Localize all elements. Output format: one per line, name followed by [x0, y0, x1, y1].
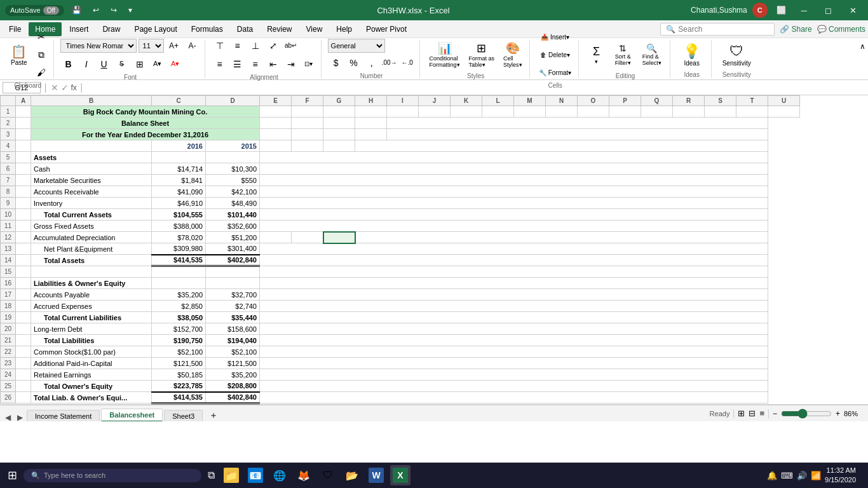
- customize-qat-btn[interactable]: ▾: [125, 4, 136, 16]
- cell-I1[interactable]: [387, 106, 419, 118]
- cell-C15[interactable]: [152, 266, 206, 278]
- cell-C26[interactable]: $414,535: [152, 392, 206, 403]
- cell-C14[interactable]: $414,535: [152, 255, 206, 266]
- col-S[interactable]: S: [705, 96, 736, 106]
- copy-btn[interactable]: ⧉: [33, 46, 50, 63]
- cell-H2[interactable]: [355, 118, 387, 129]
- ideas-btn[interactable]: 💡 Ideas: [677, 40, 707, 70]
- col-H[interactable]: H: [355, 96, 387, 106]
- cell-E12[interactable]: [260, 232, 292, 243]
- cell-C25[interactable]: $223,785: [152, 381, 206, 392]
- menu-formulas[interactable]: Formulas: [185, 22, 229, 36]
- cell-A24[interactable]: [16, 369, 31, 381]
- cell-C23[interactable]: $121,500: [152, 358, 206, 369]
- save-btn[interactable]: 💾: [68, 4, 85, 16]
- cell-A3[interactable]: [16, 129, 31, 140]
- cell-B1[interactable]: Big Rock Candy Mountain Mining Co.: [31, 106, 260, 118]
- decrease-decimal-btn[interactable]: ←.0: [399, 55, 416, 71]
- sort-filter-btn[interactable]: ⇅ Sort &Filter▾: [611, 38, 635, 71]
- cell-C22[interactable]: $52,100: [152, 346, 206, 358]
- align-middle-btn[interactable]: ≡: [229, 37, 246, 54]
- cell-C4[interactable]: 2016: [152, 140, 206, 152]
- cell-D19[interactable]: $35,440: [206, 312, 260, 323]
- firefox-btn[interactable]: 🦊: [294, 465, 314, 485]
- cell-D8[interactable]: $42,100: [206, 186, 260, 198]
- menu-view[interactable]: View: [300, 22, 329, 36]
- network-icon[interactable]: 📶: [811, 471, 821, 480]
- cell-C9[interactable]: $46,910: [152, 198, 206, 209]
- cell-D6[interactable]: $10,300: [206, 163, 260, 175]
- cell-D9[interactable]: $48,490: [206, 198, 260, 209]
- menu-review[interactable]: Review: [261, 22, 298, 36]
- align-left-btn[interactable]: ≡: [212, 56, 228, 72]
- decrease-font-btn[interactable]: A-: [184, 37, 201, 54]
- sheet-tab-income-statement[interactable]: Income Statement: [27, 410, 100, 422]
- cell-B19[interactable]: Total Current Liabilities: [31, 312, 152, 323]
- user-avatar[interactable]: C: [752, 3, 768, 18]
- currency-btn[interactable]: $: [328, 55, 344, 71]
- cell-H3[interactable]: [355, 129, 387, 140]
- cell-D17[interactable]: $32,700: [206, 289, 260, 301]
- col-I[interactable]: I: [387, 96, 419, 106]
- cell-G2[interactable]: [323, 118, 355, 129]
- cell-D13[interactable]: $301,400: [206, 243, 260, 255]
- col-B[interactable]: B: [31, 96, 152, 106]
- cut-btn[interactable]: ✂: [33, 29, 50, 45]
- file-btn[interactable]: 📂: [342, 465, 362, 485]
- sheet-area[interactable]: A B C D E F G H I J K L M N O P Q: [0, 95, 868, 404]
- search-input[interactable]: [678, 25, 767, 34]
- cell-A12[interactable]: [16, 232, 31, 243]
- cell-B11[interactable]: Gross Fixed Assets: [31, 220, 152, 232]
- file-explorer-btn[interactable]: 📁: [221, 465, 241, 485]
- cell-B12[interactable]: Accumulated Depreciation: [31, 232, 152, 243]
- align-center-btn[interactable]: ☰: [229, 56, 246, 72]
- cell-A22[interactable]: [16, 346, 31, 358]
- cell-F12[interactable]: [292, 232, 323, 243]
- cell-D12[interactable]: $51,200: [206, 232, 260, 243]
- cell-D26[interactable]: $402,840: [206, 392, 260, 403]
- cell-F2[interactable]: [292, 118, 323, 129]
- insert-function-btn[interactable]: fx: [71, 83, 77, 92]
- cell-T1[interactable]: [736, 106, 768, 118]
- cell-F3[interactable]: [292, 129, 323, 140]
- cell-A10[interactable]: [16, 209, 31, 220]
- cell-D25[interactable]: $208,800: [206, 381, 260, 392]
- align-right-btn[interactable]: ≡: [247, 56, 264, 72]
- menu-page-layout[interactable]: Page Layout: [128, 22, 183, 36]
- cell-C10[interactable]: $104,555: [152, 209, 206, 220]
- ribbon-display-btn[interactable]: ⬜: [773, 4, 790, 16]
- cell-B26[interactable]: Total Liab. & Owner's Equi...: [31, 392, 152, 403]
- cell-D4[interactable]: 2015: [206, 140, 260, 152]
- col-R[interactable]: R: [673, 96, 705, 106]
- maximize-btn[interactable]: ◻: [818, 4, 838, 17]
- cell-J1[interactable]: [419, 106, 451, 118]
- zoom-out-btn[interactable]: −: [773, 409, 777, 418]
- paste-btn[interactable]: 📋 Paste: [6, 38, 32, 71]
- cell-B2[interactable]: Balance Sheet: [31, 118, 260, 129]
- col-P[interactable]: P: [609, 96, 641, 106]
- cell-E4[interactable]: [260, 140, 292, 152]
- cell-A5[interactable]: [16, 152, 31, 163]
- cell-B16[interactable]: Liabilities & Owner's Equity: [31, 278, 152, 289]
- share-btn[interactable]: 🔗 Share: [780, 25, 811, 34]
- cell-Q1[interactable]: [641, 106, 673, 118]
- cell-C5[interactable]: [152, 152, 206, 163]
- cell-B7[interactable]: Marketable Securities: [31, 175, 152, 186]
- cell-styles-btn[interactable]: 🎨 CellStyles▾: [500, 38, 526, 71]
- cell-D20[interactable]: $158,600: [206, 323, 260, 335]
- cell-S1[interactable]: [705, 106, 736, 118]
- decrease-indent-btn[interactable]: ⇤: [265, 56, 281, 72]
- merge-center-btn[interactable]: ⊡▾: [301, 56, 317, 72]
- volume-icon[interactable]: 🔊: [797, 471, 807, 480]
- notification-icon[interactable]: 🔔: [767, 471, 777, 480]
- find-select-btn[interactable]: 🔍 Find &Select▾: [638, 38, 666, 71]
- cell-A17[interactable]: [16, 289, 31, 301]
- cell-A6[interactable]: [16, 163, 31, 175]
- formula-input[interactable]: [86, 83, 865, 92]
- clock[interactable]: 11:32 AM 9/15/2020: [825, 466, 856, 485]
- percent-btn[interactable]: %: [346, 55, 362, 71]
- cell-D5[interactable]: [206, 152, 260, 163]
- italic-btn[interactable]: I: [78, 56, 95, 72]
- menu-help[interactable]: Help: [330, 22, 358, 36]
- cell-P1[interactable]: [609, 106, 641, 118]
